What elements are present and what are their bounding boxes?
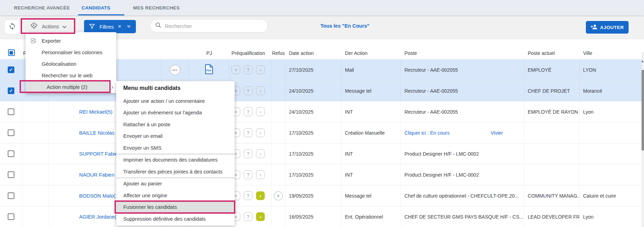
der-action-value: Message tel xyxy=(341,80,401,101)
menu-item-label: Personnaliser les colonnes xyxy=(42,50,102,55)
table-row[interactable]: REI Mickael(5) × ? › 24/10/2025 INT Recr… xyxy=(0,101,642,122)
preq-question-icon[interactable]: ? xyxy=(244,128,252,137)
candidate-name-link[interactable]: NAOUR Fabien xyxy=(79,172,115,178)
menu-item-rechercher-web[interactable]: Rechercher sur le web xyxy=(26,70,116,81)
vertical-scrollbar[interactable] xyxy=(642,52,644,227)
filters-button[interactable]: Filtres × xyxy=(84,20,136,33)
preq-question-icon[interactable]: ? xyxy=(244,212,252,221)
menu-item-exporter[interactable]: Exporter xyxy=(26,35,116,47)
table-row[interactable]: BODSON Malo(10) × ? › × 19/05/2025 Messa… xyxy=(0,185,642,206)
poste-value: Recruteur - AAE-002055 xyxy=(401,59,524,80)
row-checkbox[interactable]: ✓ xyxy=(8,66,14,73)
menu-item-label: Exporter xyxy=(42,38,61,44)
preq-advance-icon[interactable]: › xyxy=(256,149,265,158)
submenu-title: Menu multi candidats xyxy=(116,81,235,95)
preq-question-icon[interactable]: ? xyxy=(244,191,252,200)
poste-actuel-value xyxy=(524,122,580,143)
row-checkbox[interactable]: ✓ xyxy=(8,87,14,94)
row-checkbox[interactable] xyxy=(8,213,14,220)
add-candidate-label: AJOUTER xyxy=(600,25,624,30)
row-checkbox[interactable] xyxy=(8,171,14,178)
der-action-value: Ent. Opérationnel xyxy=(341,206,401,227)
submenu-item-fusionner-candidats[interactable]: Fusionner les candidats xyxy=(116,201,235,213)
submenu-item-affecter-origine[interactable]: Affecter une origine xyxy=(116,190,235,201)
filters-clear-icon[interactable]: × xyxy=(118,23,121,30)
candidate-name-link[interactable]: BAILLE Nicolas xyxy=(79,130,115,136)
submenu-item-envoyer-email[interactable]: Envoyer un email xyxy=(116,130,235,142)
tab-candidats[interactable]: CANDIDATS xyxy=(82,0,110,15)
candidates-page: RECHERCHE AVANCÉE CANDIDATS MES RECHERCH… xyxy=(0,0,644,227)
der-action-value: Création Manuelle xyxy=(341,122,401,143)
row-checkbox[interactable] xyxy=(8,108,14,115)
header-prequalification: Préqualification xyxy=(229,50,271,56)
actions-button[interactable]: Actions xyxy=(23,20,73,32)
menu-item-action-multiple[interactable]: Action multiple (2) › xyxy=(26,81,116,93)
preq-advance-icon-active[interactable]: › xyxy=(256,191,265,200)
preq-advance-icon[interactable]: › xyxy=(256,170,265,179)
candidate-name-link[interactable]: REI Mickael(5) xyxy=(79,109,112,115)
top-tab-bar: RECHERCHE AVANCÉE CANDIDATS MES RECHERCH… xyxy=(0,0,644,15)
submenu-item-ajouter-action[interactable]: Ajouter une action / un commentaire xyxy=(116,95,235,107)
search-box xyxy=(150,19,268,33)
preq-question-icon[interactable]: ? xyxy=(244,149,252,158)
preq-reject-icon[interactable]: × xyxy=(231,65,240,74)
poste-actuel-value: LEAD DEVELOPER FR... xyxy=(524,206,580,227)
submenu-item-ajouter-panier[interactable]: Ajouter au panier xyxy=(116,178,235,190)
preq-advance-icon[interactable]: › xyxy=(256,128,265,137)
preq-question-icon[interactable]: ? xyxy=(244,107,252,116)
row-checkbox[interactable] xyxy=(8,150,14,157)
vivier-link[interactable]: Vivier xyxy=(491,130,503,136)
row-checkbox[interactable] xyxy=(8,192,14,199)
preq-question-icon[interactable]: ? xyxy=(244,86,252,95)
scroll-up-arrow[interactable] xyxy=(642,60,644,62)
refresh-button[interactable] xyxy=(4,20,20,34)
preq-advance-icon-active[interactable]: › xyxy=(256,212,265,221)
poste-actuel-value xyxy=(524,143,580,164)
preq-advance-icon[interactable]: › xyxy=(256,65,265,74)
person-add-icon xyxy=(590,23,597,31)
menu-item-geolocalisation[interactable]: Géolocalisation xyxy=(26,58,116,70)
preq-question-icon[interactable]: ? xyxy=(244,65,252,74)
ville-value xyxy=(580,164,642,185)
der-action-value: INT xyxy=(341,143,401,164)
menu-item-personnaliser[interactable]: Personnaliser les colonnes xyxy=(26,47,116,58)
poste-actuel-value: EMPLOYÉ DE RAYON ... xyxy=(524,101,580,122)
pdf-attachment-icon[interactable]: PDF xyxy=(205,64,214,76)
search-input[interactable] xyxy=(165,23,263,29)
date-action-value: 27/10/2025 xyxy=(285,59,341,80)
tab-mes-recherches[interactable]: MES RECHERCHES xyxy=(133,0,180,15)
scrollbar-thumb[interactable] xyxy=(642,70,644,150)
submenu-item-transferer-pieces[interactable]: Transferer des pièces jointes à des cont… xyxy=(116,166,235,178)
table-row[interactable]: BAILLE Nicolas × ? › 17/10/2025 Création… xyxy=(0,122,642,143)
tab-recherche-avancee[interactable]: RECHERCHE AVANCÉE xyxy=(14,0,70,15)
poste-status-link[interactable]: Cliquer ici : En cours xyxy=(404,130,449,136)
poste-actuel-value: EMPLOYÉ xyxy=(524,59,580,80)
preq-question-icon[interactable]: ? xyxy=(244,170,252,179)
poste-value: Product Designer H/F - LMC-0002 xyxy=(401,164,524,185)
table-row[interactable]: AGIER Jordane(2) × ? › 16/05/2025 Ent. O… xyxy=(0,206,642,227)
scope-filter-link[interactable]: Tous les "En Cours" xyxy=(308,23,382,29)
ville-value: Lyon xyxy=(580,206,642,227)
preq-advance-icon[interactable]: › xyxy=(256,107,265,116)
candidate-name-link[interactable]: SUPPORT Fabien xyxy=(79,151,120,157)
select-all-checkbox[interactable] xyxy=(8,49,15,56)
submenu-item-ajouter-evenement[interactable]: Ajouter un évènement sur l'agenda xyxy=(116,107,235,119)
refresh-icon xyxy=(8,22,16,31)
table-row[interactable]: SUPPORT Fabien × ? › 17/10/2025 INT Prod… xyxy=(0,143,642,164)
filters-caret-icon[interactable] xyxy=(127,26,131,28)
header-der-action: Der Action xyxy=(341,50,401,56)
add-candidate-button[interactable]: AJOUTER xyxy=(586,21,629,34)
submenu-item-rattacher-poste[interactable]: Rattacher à un poste xyxy=(116,119,235,130)
refus-icon[interactable]: × xyxy=(274,191,283,200)
submenu-item-imprimer-documents[interactable]: Imprimer les documents des candidatures xyxy=(116,154,235,166)
submenu-item-suppression-definitive[interactable]: Suppression définitive des candidats xyxy=(116,213,235,225)
preq-advance-icon[interactable]: › xyxy=(256,86,265,95)
search-icon xyxy=(155,22,161,30)
svg-text:PDF: PDF xyxy=(206,69,212,72)
row-checkbox[interactable] xyxy=(8,129,14,136)
table-row[interactable]: NAOUR Fabien × ? › 17/10/2025 INT Produc… xyxy=(0,164,642,185)
submenu-item-envoyer-sms[interactable]: Envoyer un SMS xyxy=(116,142,235,154)
candidate-name-link[interactable]: AGIER Jordane(2) xyxy=(79,214,121,220)
poste-value: CHEF DE SECTEUR GMS PAYS BASQUE H/F - CS… xyxy=(401,206,524,227)
more-actions-icon[interactable]: ••• xyxy=(170,65,180,75)
